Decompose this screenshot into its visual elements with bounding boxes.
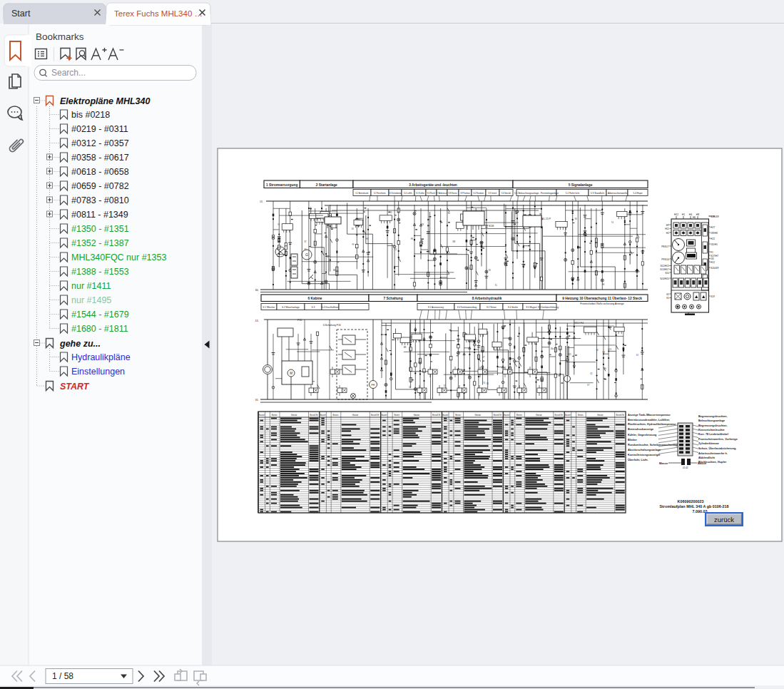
svg-text:gehe zu...: gehe zu... (59, 339, 101, 349)
svg-text:Benen-: Benen- (578, 414, 584, 417)
svg-text:Bauteil: Bauteil (565, 414, 571, 417)
svg-text:Gerät: Gerät (597, 414, 604, 417)
svg-text:Y4: Y4 (278, 223, 280, 226)
svg-text:Bauteil: Bauteil (259, 414, 265, 417)
svg-text:5 Signalanlage: 5 Signalanlage (569, 183, 593, 187)
svg-text:K06090200023: K06090200023 (678, 499, 704, 504)
svg-text:Gerät: Gerät (291, 414, 297, 417)
svg-text:M: M (290, 372, 292, 375)
svg-text:3.1 Betriebsstd.: 3.1 Betriebsstd. (355, 192, 369, 195)
svg-text:nur #1411: nur #1411 (71, 281, 111, 291)
svg-text:#0783 - #0810: #0783 - #0810 (71, 195, 129, 205)
svg-text:8.2 Stütze: 8.2 Stütze (487, 306, 497, 309)
svg-text:3.5 Kühler: 3.5 Kühler (416, 192, 424, 195)
svg-text:Bestell-Nr: Bestell-Nr (310, 414, 318, 417)
svg-text:M8: M8 (333, 269, 336, 272)
svg-text:X2: X2 (444, 384, 447, 387)
svg-text:MHL340FQC nur #1353: MHL340FQC nur #1353 (71, 252, 166, 262)
svg-text:#0618 - #0658: #0618 - #0658 (71, 167, 129, 177)
svg-text:X2: X2 (590, 372, 593, 375)
svg-text:Bremsdruckanzeige: Bremsdruckanzeige (628, 428, 653, 431)
svg-text:Blinker: Blinker (628, 439, 637, 442)
svg-text:H8: H8 (696, 213, 699, 216)
svg-text:#0312 - #0357: #0312 - #0357 (71, 138, 129, 148)
svg-text:3.9 Fanfare: 3.9 Fanfare (460, 192, 470, 195)
svg-text:Start: Start (11, 9, 31, 19)
svg-text:H27: H27 (711, 226, 715, 229)
svg-text:3.6 Rückl.: 3.6 Rückl. (427, 192, 436, 195)
svg-text:6.3: 6.3 (312, 306, 315, 309)
svg-text:#1350 - #1351: #1350 - #1351 (71, 224, 129, 234)
svg-text:Frontscheibe/-Rollo sicherung: Frontscheibe/-Rollo sicherung Anzeige (580, 302, 624, 305)
svg-text:Elektropläne MHL340: Elektropläne MHL340 (60, 96, 150, 106)
svg-text:#0811 - #1349: #0811 - #1349 (71, 210, 128, 220)
svg-text:8 Arbeitshydraulik: 8 Arbeitshydraulik (472, 297, 502, 300)
svg-text:S2B/4I9: S2B/4I9 (711, 215, 719, 218)
svg-text:K21: K21 (609, 348, 612, 351)
svg-text:START: START (60, 382, 90, 392)
svg-text:Benen-: Benen- (333, 414, 340, 417)
svg-text:H11: H11 (665, 228, 669, 230)
svg-text:3.0 Rundum.: 3.0 Rundum. (473, 192, 484, 195)
svg-text:F10: F10 (297, 319, 302, 322)
svg-text:S19: S19 (711, 295, 715, 298)
svg-text:Kühler, Gegenleistung: Kühler, Gegenleistung (628, 434, 657, 437)
svg-text:Korr. 78 Lenkrückhebel: Korr. 78 Lenkrückhebel (698, 433, 728, 436)
svg-text:8.1 Ansteuerung: 8.1 Ansteuerung (428, 306, 444, 309)
svg-text:Abblendlicht: Abblendlicht (698, 456, 716, 459)
svg-text:Rundumleuchte, Scheibenwaschan: Rundumleuchte, Scheibenwaschanlage (628, 444, 678, 446)
svg-text:H3: H3 (366, 238, 369, 240)
svg-text:9 Heizung 10 Überwachung 11 Ü: 9 Heizung 10 Überwachung 11 Überlast- 12… (562, 296, 642, 300)
svg-text:Bestell-Nr: Bestell-Nr (371, 414, 380, 417)
svg-text:3.4 Luftfilt.: 3.4 Luftfilt. (404, 192, 413, 195)
svg-text:H3: H3 (411, 238, 414, 240)
svg-text:Rückleuchten, Hydrauliköltempe: Rückleuchten, Hydrauliköltemperatur (628, 423, 676, 426)
svg-text:S18: S18 (489, 224, 494, 228)
svg-text:Gerät: Gerät (352, 414, 359, 417)
svg-text:S11/H13: S11/H13 (660, 265, 669, 267)
svg-text:Kontrolleistungsanzeiger: Kontrolleistungsanzeiger (628, 454, 661, 456)
svg-text:Betriebsstundenzähler, Luftfil: Betriebsstundenzähler, Luftfilter, (628, 419, 670, 422)
svg-text:bis #0218: bis #0218 (71, 110, 110, 120)
svg-text:- Arbeitsscheinwerfer: - Arbeitsscheinwerfer (606, 192, 628, 195)
svg-text:3.4 Steckd.: 3.4 Steckd. (502, 192, 511, 195)
svg-text:2 Startanlage: 2 Startanlage (316, 183, 337, 187)
svg-text:nur #1495: nur #1495 (71, 295, 111, 305)
svg-text:Bestell-Nr: Bestell-Nr (616, 414, 625, 417)
svg-text:15: 15 (260, 200, 263, 203)
svg-text:31: 31 (255, 398, 259, 402)
svg-text:6 Kabine: 6 Kabine (308, 297, 322, 300)
svg-text:zurück: zurück (714, 516, 734, 524)
svg-text:8.6 Drehdurchführung: 8.6 Drehdurchführung (538, 306, 559, 309)
svg-text:Stromlaufplan MHL 340 A gb 010: Stromlaufplan MHL 340 A gb 0106-218 (659, 504, 728, 509)
svg-text:I31/H5: I31/H5 (711, 243, 718, 246)
svg-text:Schutz, Überlastabsicherung,: Schutz, Überlastabsicherung, (698, 446, 736, 450)
svg-text:K7: K7 (587, 384, 590, 387)
svg-text:30a: 30a (551, 347, 554, 350)
svg-text:Bauteil: Bauteil (320, 414, 326, 417)
svg-text:G: G (305, 252, 308, 257)
svg-text:H12: H12 (711, 261, 715, 264)
svg-text:S13/H17: S13/H17 (660, 268, 669, 271)
svg-text:F1: F1 (711, 251, 713, 254)
svg-text:Beleuchtungsanlage: Beleuchtungsanlage (698, 419, 725, 422)
svg-text:I33: I33 (711, 257, 714, 260)
svg-text:H3: H3 (602, 283, 605, 286)
svg-text:K21: K21 (467, 267, 471, 270)
svg-text:Y4: Y4 (611, 221, 614, 224)
svg-text:3.2 Ferntherm.: 3.2 Ferntherm. (374, 192, 387, 195)
svg-text:#1388 - #1553: #1388 - #1553 (71, 267, 129, 277)
svg-text:S27/H7: S27/H7 (711, 255, 718, 257)
svg-text:Bauteil: Bauteil (382, 414, 387, 417)
svg-text:S1: S1 (666, 297, 669, 300)
svg-text:Benen-: Benen- (516, 414, 523, 417)
svg-text:7 Schaltung: 7 Schaltung (383, 297, 402, 300)
svg-text:H1: H1 (682, 213, 685, 216)
svg-text:#0219 - #0311: #0219 - #0311 (71, 124, 128, 134)
svg-text:Bookmarks: Bookmarks (36, 31, 84, 42)
svg-text:1 / 58: 1 / 58 (52, 671, 73, 681)
svg-text:Gerät: Gerät (536, 414, 542, 417)
svg-text:5.1 Beleuchtungsanlage - Fernm: 5.1 Beleuchtungsanlage - Fernmeluganlage (514, 192, 559, 195)
svg-text:6.4 Drucklufthorn: 6.4 Drucklufthorn (322, 306, 339, 309)
svg-text:Einstellungen: Einstellungen (71, 367, 125, 377)
